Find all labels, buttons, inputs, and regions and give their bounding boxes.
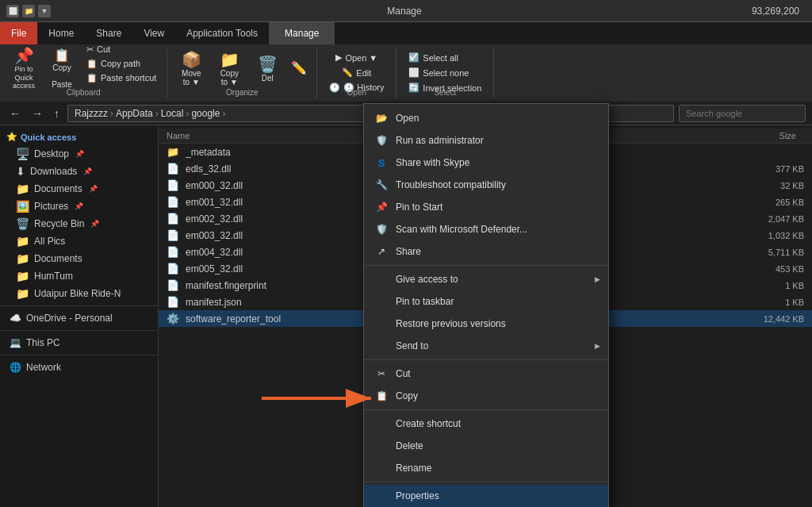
ctx-taskbar-icon (375, 295, 388, 308)
title-bar-icons: ⬜ 📁 ▼ (6, 5, 51, 17)
ctx-access-label: Give access to (396, 274, 458, 285)
sidebar-item-downloads[interactable]: ⬇ Downloads 📌 (0, 163, 158, 180)
ctx-defender[interactable]: 🛡️ Scan with Microsoft Defender... (364, 218, 608, 240)
breadcrumb-rajzzzz: Rajzzzz (75, 108, 108, 119)
ctx-pin-taskbar[interactable]: Pin to taskbar (364, 290, 608, 313)
back-button[interactable]: ← (6, 106, 24, 121)
ctx-copy[interactable]: 📋 Copy (364, 385, 608, 407)
udaipur-icon: 📁 (16, 287, 29, 300)
ctx-properties[interactable]: Properties (364, 485, 608, 507)
cut-button[interactable]: ✂ Cut (82, 43, 160, 56)
ctx-share-skype[interactable]: S Share with Skype (364, 152, 608, 174)
humtum-icon: 📁 (16, 270, 29, 282)
select-none-icon: ⬜ (408, 67, 419, 78)
sidebar-item-documents[interactable]: 📁 Documents 📌 (0, 180, 158, 198)
ctx-pin-start[interactable]: 📌 Pin to Start (364, 196, 608, 218)
ctx-properties-icon (375, 490, 388, 502)
move-to-label: Moveto ▼ (182, 69, 201, 86)
ctx-create-shortcut[interactable]: Create shortcut (364, 413, 608, 435)
tab-home[interactable]: Home (37, 22, 85, 44)
move-to-button[interactable]: 📦 Moveto ▼ (174, 50, 209, 88)
udaipur-label: Udaipur Bike Ride-N (34, 288, 121, 299)
sidebar-item-recycle-bin[interactable]: 🗑️ Recycle Bin 📌 (0, 215, 158, 232)
onedrive-icon: ☁️ (10, 313, 21, 324)
this-pc-label: This PC (26, 337, 60, 348)
documents-label: Documents (34, 183, 82, 194)
ctx-restore-versions[interactable]: Restore previous versions (364, 313, 608, 335)
title-bar-title: Manage (57, 6, 752, 17)
ctx-skype-icon: S (375, 156, 388, 169)
ctx-share[interactable]: ↗ Share (364, 240, 608, 263)
ctx-troubleshoot[interactable]: 🔧 Troubleshoot compatibility (364, 174, 608, 196)
ctx-share-icon: ↗ (375, 245, 388, 258)
ctx-taskbar-label: Pin to taskbar (396, 296, 454, 307)
ctx-open-icon: 📂 (375, 112, 388, 125)
sidebar-sep-1 (0, 305, 158, 306)
em000-size: 32 KB (741, 181, 804, 190)
edit-icon: ✏️ (342, 67, 353, 78)
ctx-cut[interactable]: ✂ Cut (364, 363, 608, 385)
sidebar-item-pictures[interactable]: 🖼️ Pictures 📌 (0, 198, 158, 215)
ctx-restore-label: Restore previous versions (396, 318, 506, 329)
forward-button[interactable]: → (29, 106, 46, 121)
title-bar: ⬜ 📁 ▼ Manage 93,269,200 (0, 0, 812, 22)
ctx-admin-label: Run as administrator (396, 135, 484, 146)
breadcrumb-google: google (191, 108, 220, 119)
paste-shortcut-button[interactable]: 📋 Paste shortcut (82, 71, 160, 85)
up-button[interactable]: ↑ (51, 106, 63, 121)
copy-path-button[interactable]: 📋 Copy path (82, 57, 160, 71)
rename-button[interactable]: ✏️ (288, 50, 310, 88)
delete-button[interactable]: 🗑️ Del (250, 50, 285, 88)
ctx-rename[interactable]: Rename (364, 457, 608, 479)
reporter-icon: ⚙️ (167, 313, 181, 325)
sidebar-item-humtum[interactable]: 📁 HumTum (0, 267, 158, 285)
organize-label: Organize (226, 88, 259, 97)
open-label: Open ▼ (345, 53, 377, 63)
tab-share[interactable]: Share (85, 22, 132, 44)
copy-to-button[interactable]: 📁 Copyto ▼ (212, 50, 247, 88)
tab-manage[interactable]: Manage (269, 22, 335, 44)
ctx-delete[interactable]: Delete (364, 435, 608, 457)
ctx-send-to[interactable]: Send to (364, 335, 608, 357)
title-bar-icon-3: ▼ (38, 5, 51, 17)
sidebar-item-network[interactable]: 🌐 Network (0, 359, 158, 376)
pin-icon: 📌 (14, 48, 34, 63)
open-button[interactable]: ▶ Open ▼ (331, 51, 381, 64)
pin-to-quick-button[interactable]: 📌 Pin to Quickaccess (6, 50, 41, 88)
tab-view[interactable]: View (132, 22, 175, 44)
select-all-button[interactable]: ☑️ Select all (404, 51, 485, 64)
em004-icon: 📄 (167, 246, 181, 258)
ctx-run-admin[interactable]: 🛡️ Run as administrator (364, 129, 608, 152)
copy-label: Copy (52, 63, 71, 72)
delete-label: Del (262, 74, 274, 83)
col-size-header: Size (741, 131, 804, 140)
select-all-icon: ☑️ (408, 52, 419, 63)
ctx-open[interactable]: 📂 Open (364, 107, 608, 129)
context-menu: 📂 Open 🛡️ Run as administrator S Share w… (363, 103, 609, 507)
sidebar-item-onedrive[interactable]: ☁️ OneDrive - Personal (0, 309, 158, 327)
em004-size: 5,711 KB (741, 248, 804, 257)
ctx-give-access[interactable]: Give access to (364, 268, 608, 290)
tab-file[interactable]: File (0, 22, 37, 44)
sidebar-item-udaipur[interactable]: 📁 Udaipur Bike Ride-N (0, 285, 158, 302)
sidebar-item-all-pics[interactable]: 📁 All Pics (0, 232, 158, 250)
ctx-sep-4 (364, 482, 608, 482)
ctx-pin-icon: 📌 (375, 201, 388, 213)
sidebar-item-this-pc[interactable]: 💻 This PC (0, 334, 158, 351)
sidebar-item-desktop[interactable]: 🖥️ Desktop 📌 (0, 145, 158, 163)
network-label: Network (26, 362, 61, 373)
sidebar-item-documents-2[interactable]: 📁 Documents (0, 250, 158, 267)
search-input[interactable] (679, 105, 806, 122)
select-none-button[interactable]: ⬜ Select none (404, 66, 485, 79)
fingerprint-icon: 📄 (167, 279, 181, 291)
recycle-bin-icon: 🗑️ (16, 217, 29, 230)
quick-access-header[interactable]: ⭐ Quick access (0, 129, 158, 145)
pin-label: Pin to Quickaccess (9, 65, 39, 90)
select-group-label: Select (434, 88, 456, 97)
invert-icon: 🔄 (408, 83, 419, 93)
copy-path-icon: 📋 (86, 59, 98, 69)
edit-button[interactable]: ✏️ Edit (338, 66, 375, 79)
copy-button[interactable]: 📋 Copy (44, 46, 79, 75)
copy-to-label: Copyto ▼ (220, 69, 239, 86)
tab-application-tools[interactable]: Application Tools (175, 22, 269, 44)
